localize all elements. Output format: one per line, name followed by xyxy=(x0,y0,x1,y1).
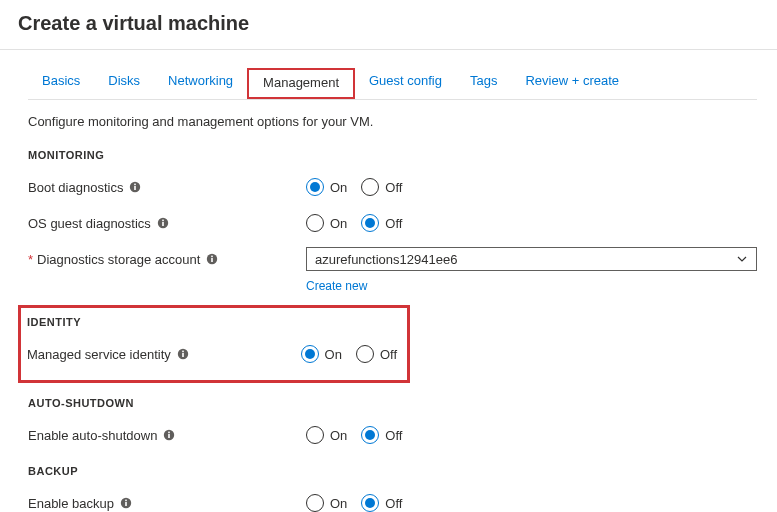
row-msi: Managed service identity On Off xyxy=(27,338,397,370)
auto-shutdown-on[interactable]: On xyxy=(306,426,347,444)
info-icon[interactable] xyxy=(129,181,141,193)
identity-highlight: IDENTITY Managed service identity On O xyxy=(18,305,410,383)
svg-rect-11 xyxy=(182,351,184,353)
radio-label: On xyxy=(330,216,347,231)
tab-review[interactable]: Review + create xyxy=(511,68,633,99)
radio-label: Off xyxy=(385,180,402,195)
os-guest-off[interactable]: Off xyxy=(361,214,402,232)
label-msi: Managed service identity xyxy=(27,347,171,362)
msi-off[interactable]: Off xyxy=(356,345,397,363)
info-icon[interactable] xyxy=(177,348,189,360)
page-title: Create a virtual machine xyxy=(0,10,777,49)
tab-management[interactable]: Management xyxy=(247,68,355,99)
row-boot-diagnostics: Boot diagnostics On Off xyxy=(28,171,757,203)
backup-on[interactable]: On xyxy=(306,494,347,512)
label-auto-shutdown: Enable auto-shutdown xyxy=(28,428,157,443)
svg-rect-14 xyxy=(169,432,171,434)
radio-label: On xyxy=(330,496,347,511)
section-identity: IDENTITY xyxy=(27,316,397,328)
svg-rect-10 xyxy=(182,353,184,357)
svg-rect-17 xyxy=(125,500,127,502)
tab-basics[interactable]: Basics xyxy=(28,68,94,99)
label-diag-storage: Diagnostics storage account xyxy=(37,252,200,267)
svg-rect-16 xyxy=(125,502,127,506)
svg-rect-4 xyxy=(162,222,164,226)
tab-disks[interactable]: Disks xyxy=(94,68,154,99)
row-auto-shutdown: Enable auto-shutdown On Off xyxy=(28,419,757,451)
label-backup: Enable backup xyxy=(28,496,114,511)
create-new-link[interactable]: Create new xyxy=(306,279,757,293)
chevron-down-icon xyxy=(736,253,748,265)
tab-bar: Basics Disks Networking Management Guest… xyxy=(28,68,757,100)
os-guest-on[interactable]: On xyxy=(306,214,347,232)
svg-rect-13 xyxy=(169,434,171,438)
radio-label: On xyxy=(325,347,342,362)
radio-label: Off xyxy=(380,347,397,362)
svg-rect-2 xyxy=(135,184,137,186)
intro-text: Configure monitoring and management opti… xyxy=(28,114,757,129)
row-os-guest: OS guest diagnostics On Off xyxy=(28,207,757,239)
radio-label: On xyxy=(330,180,347,195)
label-os-guest: OS guest diagnostics xyxy=(28,216,151,231)
radio-label: Off xyxy=(385,216,402,231)
tab-networking[interactable]: Networking xyxy=(154,68,247,99)
info-icon[interactable] xyxy=(157,217,169,229)
svg-rect-5 xyxy=(162,220,164,222)
diag-storage-select[interactable]: azurefunctions12941ee6 xyxy=(306,247,757,271)
row-diag-storage: * Diagnostics storage account azurefunct… xyxy=(28,243,757,275)
backup-off[interactable]: Off xyxy=(361,494,402,512)
auto-shutdown-off[interactable]: Off xyxy=(361,426,402,444)
section-monitoring: MONITORING xyxy=(28,149,757,161)
required-icon: * xyxy=(28,252,33,267)
boot-diag-off[interactable]: Off xyxy=(361,178,402,196)
info-icon[interactable] xyxy=(206,253,218,265)
radio-label: Off xyxy=(385,428,402,443)
radio-label: Off xyxy=(385,496,402,511)
radio-label: On xyxy=(330,428,347,443)
boot-diag-on[interactable]: On xyxy=(306,178,347,196)
svg-rect-1 xyxy=(135,186,137,190)
info-icon[interactable] xyxy=(163,429,175,441)
info-icon[interactable] xyxy=(120,497,132,509)
svg-rect-8 xyxy=(212,256,214,258)
tab-tags[interactable]: Tags xyxy=(456,68,511,99)
section-auto-shutdown: AUTO-SHUTDOWN xyxy=(28,397,757,409)
label-boot-diagnostics: Boot diagnostics xyxy=(28,180,123,195)
tab-guest-config[interactable]: Guest config xyxy=(355,68,456,99)
msi-on[interactable]: On xyxy=(301,345,342,363)
section-backup: BACKUP xyxy=(28,465,757,477)
select-value: azurefunctions12941ee6 xyxy=(315,252,457,267)
svg-rect-7 xyxy=(212,258,214,262)
row-backup: Enable backup On Off xyxy=(28,487,757,512)
